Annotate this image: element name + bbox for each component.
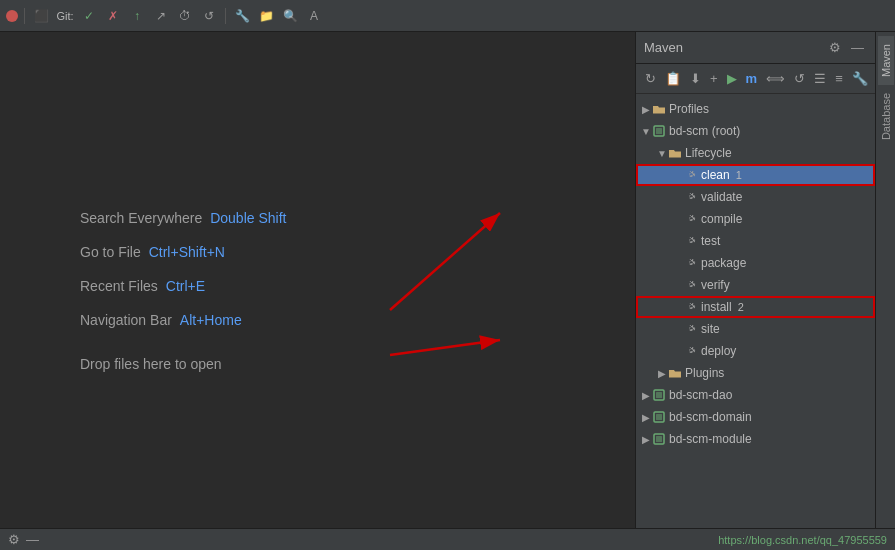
separator [24, 8, 25, 24]
shortcut-key-search: Double Shift [210, 210, 286, 226]
tree-item-label: Profiles [669, 102, 709, 116]
tree-arrow: ▶ [640, 104, 652, 115]
tree-item-bd-scm-domain[interactable]: ▶bd-scm-domain [636, 406, 875, 428]
tree-item-deploy[interactable]: deploy [636, 340, 875, 362]
tree-item-bd-scm-dao[interactable]: ▶bd-scm-dao [636, 384, 875, 406]
maven-wrench-btn[interactable]: 🔧 [849, 69, 871, 88]
tree-item-label: Plugins [685, 366, 724, 380]
gear-icon [684, 300, 698, 314]
maven-download-btn[interactable]: ⬇ [687, 69, 704, 88]
toolbar-btn-arrow[interactable]: ↗ [151, 6, 171, 26]
bottom-minus-icon[interactable]: — [26, 532, 39, 547]
tree-arrow: ▶ [640, 412, 652, 423]
tree-item-site[interactable]: site [636, 318, 875, 340]
module-icon [652, 410, 666, 424]
folder-icon [652, 102, 666, 116]
maven-cycle-btn[interactable]: ↺ [791, 69, 808, 88]
shortcut-label-file: Go to File [80, 244, 141, 260]
tree-item-label: install [701, 300, 732, 314]
toolbar-btn-up[interactable]: ↑ [127, 6, 147, 26]
separator2 [225, 8, 226, 24]
tree-item-compile[interactable]: compile [636, 208, 875, 230]
tree-arrow: ▶ [656, 368, 668, 379]
tree-item-install[interactable]: install2 [636, 296, 875, 318]
maven-refresh-btn[interactable]: ↻ [642, 69, 659, 88]
toolbar-btn-text[interactable]: A [304, 6, 324, 26]
svg-rect-7 [656, 436, 662, 442]
maven-toolbar: ↻ 📋 ⬇ + ▶ m ⟺ ↺ ☰ ≡ 🔧 [636, 64, 875, 94]
tree-item-test[interactable]: test [636, 230, 875, 252]
bottom-settings-icon[interactable]: ⚙ [8, 532, 20, 547]
maven-m-btn[interactable]: m [743, 69, 761, 88]
tree-item-profiles[interactable]: ▶Profiles [636, 98, 875, 120]
svg-rect-1 [656, 128, 662, 134]
maven-header-icons: ⚙ — [826, 39, 867, 56]
maven-tree: ▶Profiles▼bd-scm (root)▼Lifecycleclean1v… [636, 94, 875, 550]
toolbar: ⬛ Git: ✓ ✗ ↑ ↗ ⏱ ↺ 🔧 📁 🔍 A [0, 0, 895, 32]
maven-list-btn[interactable]: ☰ [811, 69, 829, 88]
shortcut-label-recent: Recent Files [80, 278, 158, 294]
maven-panel: Maven ⚙ — ↻ 📋 ⬇ + ▶ m ⟺ ↺ ☰ ≡ 🔧 ▶Profile… [635, 32, 875, 550]
maven-run-btn[interactable]: ▶ [724, 69, 740, 88]
vertical-tabs: Maven Database [875, 32, 895, 550]
shortcut-label-search: Search Everywhere [80, 210, 202, 226]
tree-item-label: validate [701, 190, 742, 204]
tree-arrow: ▼ [640, 126, 652, 137]
left-panel: Search Everywhere Double Shift Go to Fil… [0, 32, 635, 550]
tree-item-badge: 1 [736, 169, 742, 181]
gear-icon [684, 322, 698, 336]
maven-title: Maven [644, 40, 683, 55]
tree-item-label: bd-scm-module [669, 432, 752, 446]
shortcut-key-nav: Alt+Home [180, 312, 242, 328]
maven-plus-btn[interactable]: + [707, 69, 721, 88]
toolbar-btn-search[interactable]: 🔍 [280, 6, 300, 26]
main-area: Search Everywhere Double Shift Go to Fil… [0, 32, 895, 550]
tree-item-validate[interactable]: validate [636, 186, 875, 208]
tree-item-package[interactable]: package [636, 252, 875, 274]
toolbar-btn-folder[interactable]: 📁 [256, 6, 276, 26]
close-button[interactable] [6, 10, 18, 22]
toolbar-btn-undo[interactable]: ↺ [199, 6, 219, 26]
tree-item-label: clean [701, 168, 730, 182]
bottom-url: https://blog.csdn.net/qq_47955559 [718, 534, 887, 546]
tree-item-clean[interactable]: clean1 [636, 164, 875, 186]
maven-header: Maven ⚙ — [636, 32, 875, 64]
tree-item-verify[interactable]: verify [636, 274, 875, 296]
toolbar-btn-1[interactable]: ⬛ [31, 6, 51, 26]
maven-list2-btn[interactable]: ≡ [832, 69, 846, 88]
tree-arrow: ▼ [656, 148, 668, 159]
module-icon [652, 124, 666, 138]
tree-item-label: Lifecycle [685, 146, 732, 160]
toolbar-btn-clock[interactable]: ⏱ [175, 6, 195, 26]
tree-item-bd-scm-module[interactable]: ▶bd-scm-module [636, 428, 875, 450]
shortcut-key-recent: Ctrl+E [166, 278, 205, 294]
tree-item-badge: 2 [738, 301, 744, 313]
shortcut-row-nav: Navigation Bar Alt+Home [80, 312, 635, 328]
tree-item-bd-scm-root[interactable]: ▼bd-scm (root) [636, 120, 875, 142]
shortcut-label-nav: Navigation Bar [80, 312, 172, 328]
maven-pair-btn[interactable]: ⟺ [763, 69, 788, 88]
tree-item-label: bd-scm (root) [669, 124, 740, 138]
tree-item-lifecycle[interactable]: ▼Lifecycle [636, 142, 875, 164]
maven-minimize-icon[interactable]: — [848, 39, 867, 56]
maven-add-btn[interactable]: 📋 [662, 69, 684, 88]
maven-settings-icon[interactable]: ⚙ [826, 39, 844, 56]
tree-item-label: deploy [701, 344, 736, 358]
tree-arrow: ▶ [640, 434, 652, 445]
vtab-database[interactable]: Database [878, 85, 894, 148]
module-icon [652, 388, 666, 402]
toolbar-btn-wrench[interactable]: 🔧 [232, 6, 252, 26]
module-icon [652, 432, 666, 446]
toolbar-btn-x[interactable]: ✗ [103, 6, 123, 26]
svg-rect-5 [656, 414, 662, 420]
shortcut-row-file: Go to File Ctrl+Shift+N [80, 244, 635, 260]
drop-files-text: Drop files here to open [80, 356, 635, 372]
gear-icon [684, 344, 698, 358]
toolbar-btn-git[interactable]: Git: [55, 6, 75, 26]
vtab-maven[interactable]: Maven [878, 36, 894, 85]
tree-item-label: bd-scm-domain [669, 410, 752, 424]
toolbar-btn-check[interactable]: ✓ [79, 6, 99, 26]
tree-item-plugins[interactable]: ▶Plugins [636, 362, 875, 384]
gear-icon [684, 168, 698, 182]
shortcut-row-recent: Recent Files Ctrl+E [80, 278, 635, 294]
